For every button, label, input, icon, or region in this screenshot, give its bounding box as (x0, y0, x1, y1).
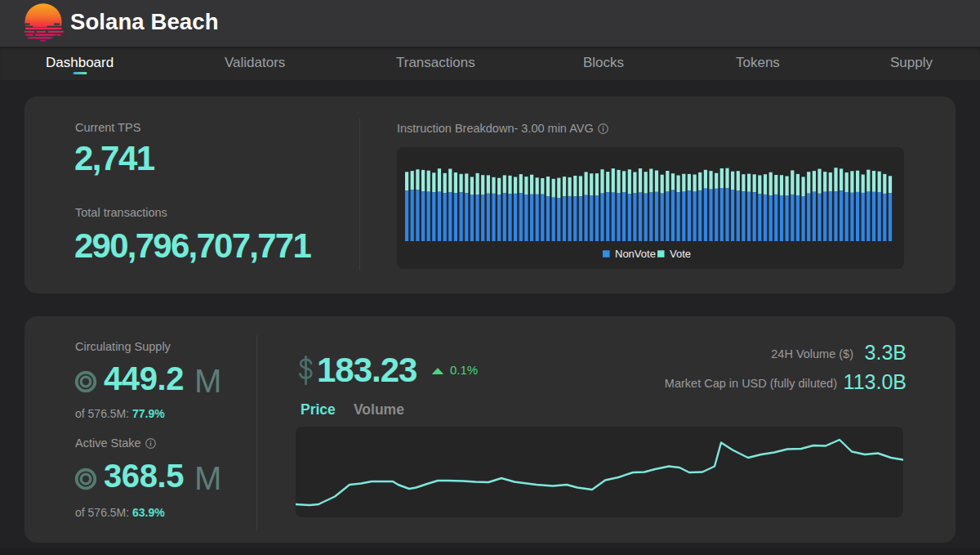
svg-text:Vote: Vote (670, 248, 691, 260)
svg-text:NonVote: NonVote (615, 248, 656, 260)
